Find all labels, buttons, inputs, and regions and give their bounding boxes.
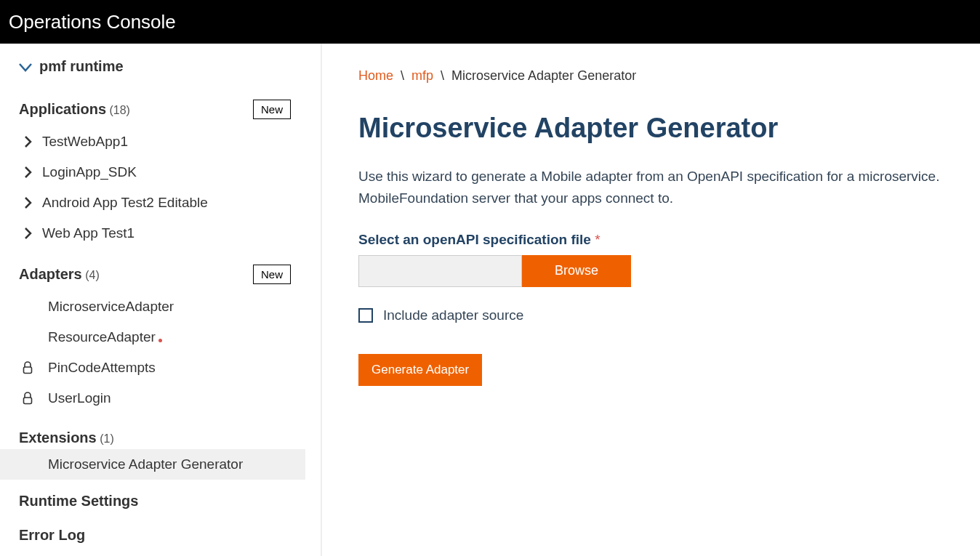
chevron-right-icon [23,136,33,148]
section-head-applications: Applications (18) New [19,92,305,126]
section-head-extensions: Extensions (1) [19,422,305,449]
sidebar-item-label: TestWebApp1 [42,134,128,150]
vertical-divider [321,44,322,556]
section-title-extensions: Extensions [19,430,97,446]
include-source-row[interactable]: Include adapter source [358,307,980,323]
runtime-label: pmf runtime [39,58,124,75]
sidebar-item-label: LoginApp_SDK [42,164,137,180]
lock-icon [20,392,36,405]
top-bar: Operations Console [0,0,980,44]
sidebar-section-adapters: Adapters (4) New MicroserviceAdapter Res… [19,253,305,418]
app-title: Operations Console [9,11,176,33]
section-count-extensions: (1) [100,432,114,445]
section-head-adapters: Adapters (4) New [19,257,305,291]
chevron-right-icon [23,166,33,178]
sidebar-item-resourceadapter[interactable]: ResourceAdapter [19,322,305,352]
page-title: Microservice Adapter Generator [358,113,980,144]
svg-rect-0 [24,367,32,374]
sidebar-link-error-log[interactable]: Error Log [19,518,305,552]
browse-button[interactable]: Browse [522,255,631,287]
new-application-button[interactable]: New [253,100,291,119]
chevron-right-icon [23,197,33,209]
page-description: Use this wizard to generate a Mobile ada… [358,166,980,210]
sidebar-link-runtime-settings[interactable]: Runtime Settings [19,484,305,518]
sidebar-wrapper: pmf runtime Applications (18) New TestWe… [0,44,322,556]
include-source-label: Include adapter source [383,307,523,323]
breadcrumb-mfp[interactable]: mfp [411,68,433,84]
breadcrumb-separator: \ [401,68,404,84]
sidebar-item-pincodeattempts[interactable]: PinCodeAttempts [19,352,305,383]
new-adapter-button[interactable]: New [253,265,291,284]
file-field-label: Select an openAPI specification file * [358,232,980,248]
sidebar-item-label: Android App Test2 Editable [42,195,208,211]
sidebar-item-label: Microservice Adapter Generator [48,456,243,472]
main-content: Home \ mfp \ Microservice Adapter Genera… [322,44,980,556]
file-picker-row: Browse [358,255,980,287]
section-title-applications: Applications [19,101,106,117]
generate-adapter-button[interactable]: Generate Adapter [358,354,482,386]
sidebar[interactable]: pmf runtime Applications (18) New TestWe… [0,44,305,556]
svg-rect-1 [24,398,32,404]
sidebar-item-label: PinCodeAttempts [48,360,156,376]
lock-icon [20,361,36,374]
breadcrumb-separator: \ [441,68,444,84]
breadcrumb-current: Microservice Adapter Generator [451,68,636,84]
sidebar-item-label: ResourceAdapter [48,329,156,345]
sidebar-item-label: MicroserviceAdapter [48,299,174,315]
sidebar-item-loginapp-sdk[interactable]: LoginApp_SDK [19,157,305,188]
section-count-applications: (18) [109,104,129,116]
file-field-label-text: Select an openAPI specification file [358,232,591,247]
sidebar-section-extensions: Extensions (1) Microservice Adapter Gene… [19,418,305,484]
sidebar-item-testwebapp1[interactable]: TestWebApp1 [19,126,305,157]
sidebar-item-microserviceadapter[interactable]: MicroserviceAdapter [19,291,305,322]
chevron-right-icon [23,227,33,239]
required-mark: * [595,232,600,247]
sidebar-item-label: Web App Test1 [42,225,134,241]
include-source-checkbox[interactable] [358,308,373,323]
layout: pmf runtime Applications (18) New TestWe… [0,44,980,556]
section-title-adapters: Adapters [19,266,82,282]
breadcrumb: Home \ mfp \ Microservice Adapter Genera… [358,68,980,84]
section-count-adapters: (4) [85,269,100,281]
sidebar-item-userlogin[interactable]: UserLogin [19,383,305,414]
breadcrumb-home[interactable]: Home [358,68,393,84]
sidebar-item-microservice-adapter-generator[interactable]: Microservice Adapter Generator [0,449,305,480]
file-input[interactable] [358,255,522,287]
runtime-toggle[interactable]: pmf runtime [19,52,305,88]
chevron-down-icon [19,59,32,76]
sidebar-section-applications: Applications (18) New TestWebApp1 LoginA [19,88,305,253]
sidebar-item-label: UserLogin [48,390,111,406]
sidebar-item-android-app-test2[interactable]: Android App Test2 Editable [19,188,305,218]
sidebar-item-web-app-test1[interactable]: Web App Test1 [19,218,305,249]
